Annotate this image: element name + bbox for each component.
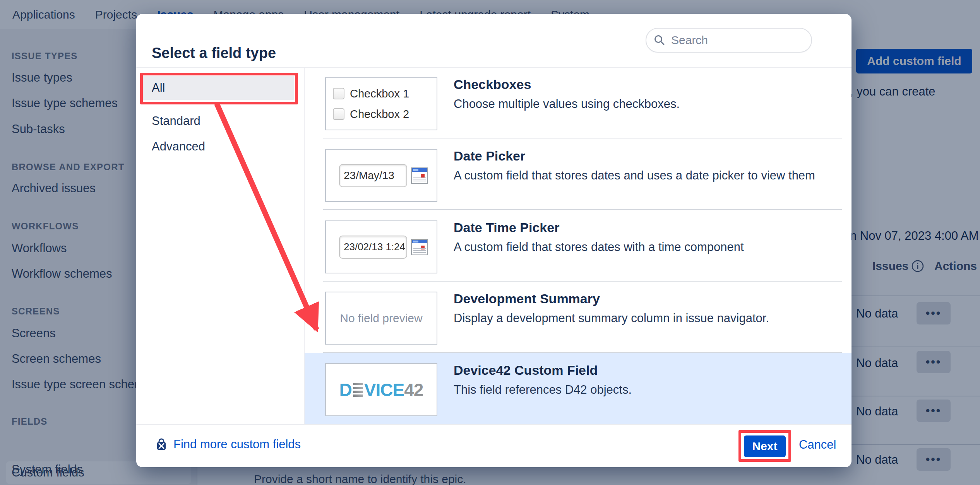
field-type-row-date-picker[interactable]: 23/May/13 Date Picker A custom field tha…	[305, 138, 852, 210]
device42-preview: DVICE42	[325, 363, 437, 416]
jira-custom-fields-page: Applications Projects Issues Manage apps…	[0, 0, 980, 485]
marketplace-icon	[155, 438, 168, 451]
field-type-row-device42[interactable]: DVICE42 Device42 Custom Field This field…	[305, 353, 852, 424]
checkbox-label: Checkbox 2	[350, 108, 409, 121]
date-input-preview: 23/May/13	[339, 164, 407, 187]
field-type-title: Development Summary	[454, 291, 600, 306]
field-type-title: Date Picker	[454, 149, 525, 164]
search-icon	[653, 34, 666, 46]
tab-standard[interactable]: Standard	[142, 111, 294, 131]
field-type-description: Display a development summary column in …	[454, 311, 769, 325]
no-field-preview: No field preview	[325, 292, 437, 345]
find-more-label: Find more custom fields	[173, 437, 301, 451]
field-type-title: Checkboxes	[454, 77, 531, 92]
calendar-icon	[411, 239, 428, 255]
field-type-row-date-time-picker[interactable]: 23/02/13 1:24 Date Time Picker A custom …	[305, 210, 852, 282]
field-type-row-development-summary[interactable]: No field preview Development Summary Dis…	[305, 281, 852, 353]
footer-divider	[136, 424, 852, 425]
field-type-search[interactable]	[646, 28, 812, 53]
device42-logo-e-bars	[353, 383, 363, 397]
field-type-title: Device42 Custom Field	[454, 363, 598, 378]
cancel-button[interactable]: Cancel	[799, 438, 836, 452]
checkbox-icon	[333, 108, 344, 120]
find-more-custom-fields-link[interactable]: Find more custom fields	[155, 437, 301, 451]
date-time-picker-preview: 23/02/13 1:24	[325, 220, 437, 273]
field-type-title: Date Time Picker	[454, 220, 559, 235]
date-picker-preview: 23/May/13	[325, 149, 437, 202]
search-input[interactable]	[670, 33, 804, 47]
field-type-description: Choose multiple values using checkboxes.	[454, 97, 680, 111]
field-type-row-checkboxes[interactable]: Checkbox 1 Checkbox 2 Checkboxes Choose …	[305, 67, 852, 138]
checkbox-label: Checkbox 1	[350, 87, 409, 100]
tab-advanced[interactable]: Advanced	[142, 136, 294, 157]
no-field-preview-label: No field preview	[340, 312, 422, 325]
field-type-list: Checkbox 1 Checkbox 2 Checkboxes Choose …	[305, 67, 852, 424]
field-type-description: This field references D42 objects.	[454, 383, 632, 397]
dialog-title: Select a field type	[152, 45, 276, 61]
select-field-type-dialog: Select a field type All Standard Advance…	[136, 14, 852, 467]
field-type-description: A custom field that stores dates and use…	[454, 169, 815, 183]
next-button[interactable]: Next	[744, 435, 786, 457]
checkbox-icon	[333, 88, 344, 99]
date-time-input-preview: 23/02/13 1:24	[339, 236, 407, 259]
calendar-icon	[411, 167, 428, 184]
device42-logo: DVICE42	[339, 379, 423, 400]
tab-all[interactable]: All	[142, 76, 294, 100]
field-type-description: A custom field that stores dates with a …	[454, 240, 744, 254]
checkboxes-preview: Checkbox 1 Checkbox 2	[325, 77, 437, 130]
